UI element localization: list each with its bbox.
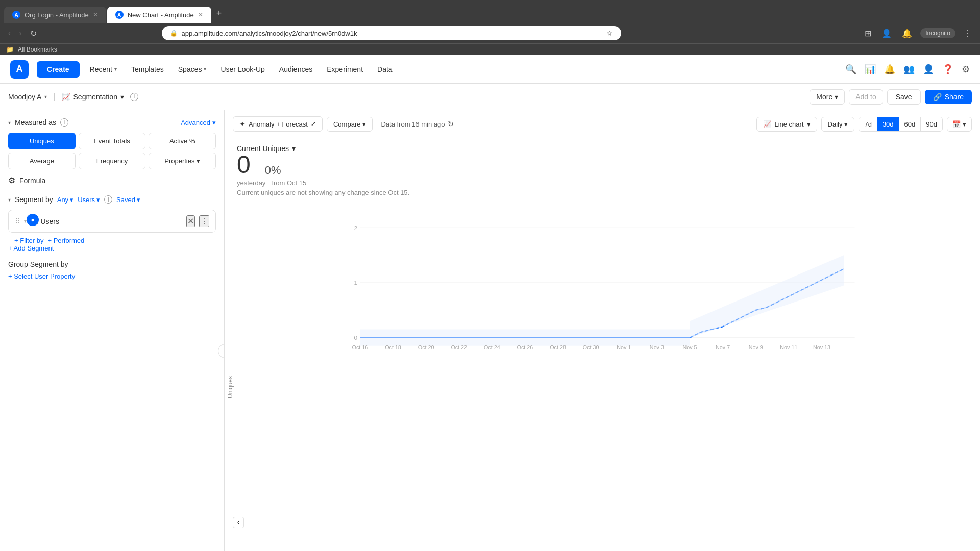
person-icon-button[interactable]: 👤: [923, 64, 934, 75]
svg-text:Nov 7: Nov 7: [716, 344, 730, 350]
share-button[interactable]: 🔗 Share: [925, 90, 972, 104]
user-dot[interactable]: ●: [27, 214, 39, 226]
more-button[interactable]: More ▾: [810, 89, 845, 105]
add-to-button[interactable]: Add to: [849, 89, 883, 105]
main-layout: ‹ ▾ Measured as i Advanced ▾ Uniques Eve…: [0, 110, 980, 551]
nav-audiences[interactable]: Audiences: [273, 61, 318, 78]
anomaly-forecast-button[interactable]: ✦ Anomaly + Forecast ⤢: [233, 116, 323, 132]
search-icon-button[interactable]: 🔍: [845, 64, 856, 75]
advanced-link[interactable]: Advanced ▾: [181, 119, 216, 127]
save-button[interactable]: Save: [887, 89, 921, 105]
performed-button[interactable]: + Performed: [47, 237, 84, 244]
address-bar[interactable]: 🔒 app.amplitude.com/analytics/moodjoy2/c…: [162, 26, 621, 40]
org-selector[interactable]: Moodjoy A ▾: [8, 93, 47, 101]
y-axis-label: Uniques: [227, 376, 234, 398]
people-icon-button[interactable]: 👥: [903, 64, 915, 75]
more-chevron-icon: ▾: [835, 93, 838, 101]
nav-spaces-label: Spaces: [178, 65, 202, 73]
formula-label: Formula: [19, 177, 45, 185]
daily-button[interactable]: Daily ▾: [821, 117, 855, 132]
star-icon[interactable]: ☆: [606, 29, 613, 37]
nav-experiment[interactable]: Experiment: [321, 61, 369, 78]
current-uniques-selector[interactable]: Current Uniques ▾: [237, 144, 968, 153]
measured-as-chevron-icon[interactable]: ▾: [8, 120, 11, 126]
users-selector[interactable]: Users ▾: [78, 196, 100, 204]
notifications-button[interactable]: 🔔: [900, 27, 914, 40]
compare-button[interactable]: Compare ▾: [327, 117, 373, 132]
filter-by-button[interactable]: + Filter by: [14, 237, 43, 244]
metric-note: Current uniques are not showing any chan…: [237, 189, 968, 196]
extensions-button[interactable]: ⊞: [863, 27, 873, 40]
tab-1[interactable]: A Org Login - Amplitude ✕: [4, 7, 106, 23]
chart-type-selector[interactable]: 📈 Segmentation ▾: [62, 93, 124, 101]
measured-as-info-icon[interactable]: i: [60, 118, 68, 127]
line-chart-button[interactable]: 📈 Line chart ▾: [756, 117, 817, 132]
segment-row: ⠿ ▾ ✕ ⋮: [8, 210, 216, 233]
data-age-label: Data from 16 min ago: [381, 120, 445, 128]
collapse-chart-button[interactable]: ‹: [233, 517, 244, 528]
tab1-close[interactable]: ✕: [93, 11, 98, 18]
bookmarks-bar: 📁 All Bookmarks: [0, 43, 980, 55]
segment-remove-button[interactable]: ✕: [186, 215, 195, 227]
chart-icon-button[interactable]: 📊: [865, 64, 876, 75]
calendar-chevron-icon: ▾: [963, 120, 966, 128]
tab2-close[interactable]: ✕: [198, 11, 203, 18]
bookmarks-label[interactable]: All Bookmarks: [18, 46, 57, 53]
properties-button[interactable]: Properties ▾: [149, 153, 216, 169]
amplitude-logo[interactable]: A: [10, 60, 29, 79]
refresh-icon[interactable]: ↻: [448, 120, 454, 128]
nav-templates[interactable]: Templates: [125, 61, 170, 78]
compare-label: Compare: [333, 120, 360, 128]
nav-spaces[interactable]: Spaces ▾: [172, 61, 213, 78]
question-icon-button[interactable]: ❓: [942, 64, 953, 75]
60d-button[interactable]: 60d: [899, 117, 921, 131]
share-chain-icon: 🔗: [933, 93, 942, 101]
segment-chevron-icon[interactable]: ▾: [8, 197, 11, 203]
forward-button[interactable]: ›: [17, 27, 23, 40]
info-icon-subheader[interactable]: i: [130, 93, 138, 101]
7d-button[interactable]: 7d: [859, 117, 877, 131]
segment-more-button[interactable]: ⋮: [199, 215, 209, 227]
saved-selector[interactable]: Saved ▾: [116, 196, 140, 204]
group-segment-title: Group Segment by: [8, 260, 216, 268]
properties-chevron-icon: ▾: [197, 157, 200, 165]
frequency-button[interactable]: Frequency: [79, 153, 146, 169]
users-label: Users: [78, 196, 95, 204]
browser-chrome: A Org Login - Amplitude ✕ A New Chart - …: [0, 0, 980, 55]
menu-button[interactable]: ⋮: [962, 27, 974, 40]
chart-type-label: Segmentation: [74, 93, 117, 101]
nav-user-lookup[interactable]: User Look-Up: [214, 61, 271, 78]
tab-2[interactable]: A New Chart - Amplitude ✕: [107, 7, 211, 23]
formula-row[interactable]: ⚙ Formula: [8, 176, 216, 185]
back-button[interactable]: ‹: [6, 27, 13, 40]
active-pct-button[interactable]: Active %: [149, 133, 216, 149]
drag-handle-icon[interactable]: ⠿: [15, 217, 20, 226]
separator: |: [53, 92, 55, 102]
segment-info-icon[interactable]: i: [104, 195, 112, 204]
bell-icon-button[interactable]: 🔔: [884, 64, 895, 75]
segment-input[interactable]: [31, 217, 182, 226]
select-property-button[interactable]: + Select User Property: [8, 272, 216, 280]
chart-toolbar: ✦ Anomaly + Forecast ⤢ Compare ▾ Data fr…: [225, 110, 980, 138]
event-totals-button[interactable]: Event Totals: [79, 133, 146, 149]
segment-section: ▾ Segment by Any ▾ Users ▾ i Saved ▾: [8, 195, 216, 252]
any-selector[interactable]: Any ▾: [57, 196, 74, 204]
sidebar-toggle[interactable]: ‹: [218, 344, 225, 358]
nav-data[interactable]: Data: [371, 61, 399, 78]
reload-button[interactable]: ↻: [28, 27, 39, 40]
measure-grid: Uniques Event Totals Active % Average Fr…: [8, 133, 216, 169]
new-tab-button[interactable]: +: [212, 4, 226, 23]
average-button[interactable]: Average: [8, 153, 76, 169]
profile-button[interactable]: 👤: [879, 27, 894, 40]
chart-type-icon: 📈: [62, 93, 70, 101]
uniques-button[interactable]: Uniques: [8, 133, 76, 149]
create-button[interactable]: Create: [37, 61, 80, 78]
30d-button[interactable]: 30d: [877, 117, 899, 131]
add-segment-button[interactable]: + Add Segment: [8, 244, 216, 252]
settings-icon-button[interactable]: ⚙: [962, 64, 970, 75]
chart-area: ✦ Anomaly + Forecast ⤢ Compare ▾ Data fr…: [225, 110, 980, 551]
nav-recent[interactable]: Recent ▾: [84, 61, 123, 78]
calendar-button[interactable]: 📅 ▾: [947, 117, 972, 132]
current-uniques-chevron-icon: ▾: [292, 144, 296, 153]
90d-button[interactable]: 90d: [921, 117, 942, 131]
